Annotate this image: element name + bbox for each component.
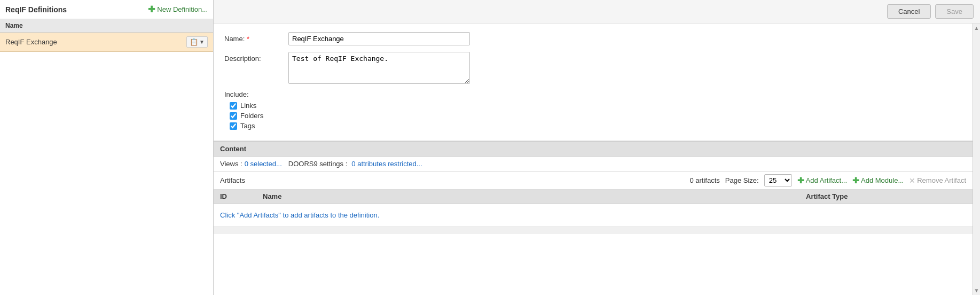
cancel-button[interactable]: Cancel: [887, 4, 931, 19]
name-row: Name: *: [224, 32, 962, 45]
sidebar-title: ReqIF Definitions: [5, 5, 67, 14]
col-header-id: ID: [220, 192, 263, 200]
sidebar-item-reqif-exchange[interactable]: ReqIF Exchange 📋 ▼: [0, 33, 213, 52]
add-artifact-button[interactable]: ✚ Add Artifact...: [797, 176, 847, 185]
save-button[interactable]: Save: [935, 4, 974, 19]
vertical-scrollbar[interactable]: ▲ ▼: [973, 24, 980, 295]
add-artifact-plus-icon: ✚: [797, 176, 804, 185]
tags-label: Tags: [240, 122, 255, 130]
folders-checkbox-row: Folders: [230, 112, 962, 120]
remove-artifact-button[interactable]: ✕ Remove Artifact: [909, 176, 966, 185]
name-input[interactable]: [288, 32, 470, 45]
copy-icon: 📋: [190, 38, 198, 46]
page-size-label: Page Size:: [725, 176, 759, 184]
sidebar-item-name: ReqIF Exchange: [5, 38, 57, 46]
required-indicator: *: [247, 35, 249, 43]
artifacts-count: 0 artifacts: [689, 176, 719, 184]
toolbar: Cancel Save: [214, 0, 980, 24]
new-definition-label: New Definition...: [157, 5, 208, 13]
main-scroll-area: Name: * Description: Test of ReqIF Excha…: [214, 24, 980, 295]
content-section: Content Views : 0 selected... DOORS9 set…: [214, 141, 973, 295]
links-checkbox-row: Links: [230, 102, 962, 110]
add-module-button[interactable]: ✚ Add Module...: [852, 176, 904, 185]
scroll-down-icon[interactable]: ▼: [974, 286, 979, 295]
table-empty-message: Click "Add Artifacts" to add artifacts t…: [214, 204, 973, 227]
form-area: Name: * Description: Test of ReqIF Excha…: [214, 24, 973, 141]
page-size-select[interactable]: 10 25 50 100: [764, 174, 792, 187]
description-label: Description:: [224, 52, 288, 63]
views-row: Views : 0 selected... DOORS9 settings : …: [214, 157, 973, 172]
description-textarea[interactable]: Test of ReqIF Exchange.: [288, 52, 470, 84]
col-header-name: Name: [263, 192, 806, 200]
scroll-up-icon[interactable]: ▲: [974, 24, 979, 33]
doors9-label: DOORS9 settings :: [288, 160, 348, 168]
links-label: Links: [240, 102, 256, 110]
description-row: Description: Test of ReqIF Exchange.: [224, 52, 962, 84]
dropdown-arrow-icon: ▼: [199, 39, 205, 45]
col-header-type: Artifact Type: [806, 192, 966, 200]
sidebar-column-header: Name: [0, 19, 213, 33]
links-checkbox[interactable]: [230, 102, 237, 110]
add-module-plus-icon: ✚: [852, 176, 859, 185]
sidebar-header: ReqIF Definitions ✚ New Definition...: [0, 0, 213, 19]
artifacts-label: Artifacts: [220, 176, 245, 184]
table-header: ID Name Artifact Type: [214, 190, 973, 204]
sidebar: ReqIF Definitions ✚ New Definition... Na…: [0, 0, 214, 295]
doors9-link[interactable]: 0 attributes restricted...: [351, 160, 422, 168]
new-definition-button[interactable]: ✚ New Definition...: [148, 4, 208, 14]
tags-checkbox[interactable]: [230, 122, 237, 130]
name-label: Name: *: [224, 32, 288, 43]
artifacts-bar: Artifacts 0 artifacts Page Size: 10 25 5…: [214, 172, 973, 190]
folders-label: Folders: [240, 112, 263, 120]
include-label: Include:: [224, 90, 962, 98]
remove-artifact-icon: ✕: [909, 176, 915, 185]
add-artifact-label: Add Artifact...: [806, 176, 847, 184]
main-panel: Cancel Save Name: * Description:: [214, 0, 980, 295]
content-header: Content: [214, 141, 973, 157]
views-label: Views :: [220, 160, 242, 168]
horizontal-scrollbar[interactable]: [214, 227, 973, 234]
views-link[interactable]: 0 selected...: [245, 160, 282, 168]
copy-button[interactable]: 📋 ▼: [186, 36, 208, 48]
plus-icon: ✚: [148, 4, 155, 14]
remove-artifact-label: Remove Artifact: [917, 176, 966, 184]
tags-checkbox-row: Tags: [230, 122, 962, 130]
add-module-label: Add Module...: [861, 176, 904, 184]
main-content: Name: * Description: Test of ReqIF Excha…: [214, 24, 973, 295]
include-section: Include: Links Folders Tags: [224, 90, 962, 130]
folders-checkbox[interactable]: [230, 112, 237, 120]
